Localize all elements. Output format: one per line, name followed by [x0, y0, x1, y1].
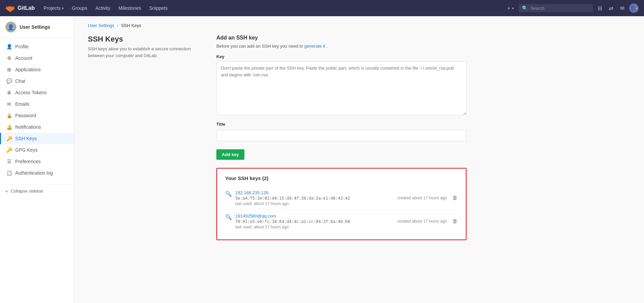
page-title: SSH Keys	[88, 35, 203, 44]
ssh-key-right-2: created about 17 hours ago 🗑	[397, 218, 458, 224]
sidebar-item-emails[interactable]: ✉ Emails	[0, 98, 74, 110]
nav-links: Projects ▾ Groups Activity Milestones Sn…	[40, 3, 504, 13]
nav-activity[interactable]: Activity	[92, 3, 114, 13]
sidebar-item-profile[interactable]: 👤 Profile	[0, 41, 74, 52]
content-inner: User Settings › SSH Keys SSH Keys SSH ke…	[74, 16, 480, 247]
sidebar-item-notifications[interactable]: 🔔 Notifications	[0, 121, 74, 133]
sidebar-avatar: 👤	[5, 22, 16, 32]
sidebar-item-label-applications: Applications	[15, 67, 41, 72]
add-key-title: Add an SSH key	[216, 35, 467, 41]
key-field-label: Key	[216, 54, 467, 59]
sidebar-item-label-preferences: Preferences	[15, 159, 41, 164]
sidebar-item-label-chat: Chat	[15, 78, 25, 84]
sidebar-header: 👤 User Settings	[0, 16, 74, 38]
sidebar-item-label-auth-log: Authentication log	[15, 170, 53, 176]
delete-key-button-2[interactable]: 🗑	[452, 218, 458, 224]
key-fingerprint-1: 5e:a4:f5:3e:03:d4:15:dd:4f:36:da:2a:e1:4…	[235, 196, 350, 201]
sidebar-nav: 👤 Profile ⚙ Account ⊞ Applications 💬 Cha…	[0, 38, 74, 181]
screen-icon-button[interactable]: ⊟	[596, 3, 604, 14]
add-key-desc-before: Before you can add an SSH key you need t…	[216, 44, 303, 49]
top-navigation: GitLab Projects ▾ Groups Activity Milest…	[0, 0, 644, 16]
sidebar-item-label-gpg-keys: GPG Keys	[15, 147, 38, 153]
collapse-label: Collapse sidebar	[10, 188, 43, 194]
key-fingerprint-2: f8:91:e5:e0:fc:38:64:d4:4c:a1:cc:84:3f:6…	[235, 219, 350, 224]
key-name-link-1[interactable]: 192.168.235.129	[235, 190, 268, 195]
key-last-used-1: last used: about 17 hours ago	[235, 201, 350, 206]
create-new-button[interactable]: ＋▾	[504, 3, 516, 14]
breadcrumb-separator: ›	[117, 23, 118, 28]
title-input[interactable]	[216, 130, 467, 141]
sidebar-item-chat[interactable]: 💬 Chat	[0, 75, 74, 87]
add-key-desc-after: .	[326, 44, 328, 49]
sidebar-item-label-profile: Profile	[15, 44, 29, 49]
ssh-key-left-2: 🔍 191492580@qq.com f8:91:e5:e0:fc:38:64:…	[225, 213, 350, 229]
search-icon: 🔍	[522, 5, 528, 11]
sidebar-item-access-tokens[interactable]: 🖥 Access Tokens	[0, 87, 74, 98]
key-name-link-2[interactable]: 191492580@qq.com	[235, 213, 276, 219]
ssh-key-left-1: 🔍 192.168.235.129 5e:a4:f5:3e:03:d4:15:d…	[225, 190, 350, 206]
key-last-used-2: last used: about 17 hours ago	[235, 225, 350, 229]
logo-text: GitLab	[18, 5, 35, 11]
page-description: SSH keys allow you to establish a secure…	[88, 46, 203, 59]
gitlab-logo-icon	[5, 3, 15, 13]
ssh-keys-icon: 🔑	[6, 136, 12, 141]
access-tokens-icon: 🖥	[6, 90, 12, 95]
ssh-key-right-1: created about 17 hours ago 🗑	[397, 195, 458, 201]
breadcrumb: User Settings › SSH Keys	[88, 23, 467, 28]
nav-milestones[interactable]: Milestones	[115, 3, 145, 13]
sidebar-title: User Settings	[20, 24, 50, 30]
preferences-icon: ☰	[6, 159, 12, 164]
title-field-label: Title	[216, 122, 467, 127]
sidebar-item-label-password: Password	[15, 113, 36, 118]
add-key-description: Before you can add an SSH key you need t…	[216, 44, 467, 49]
profile-icon: 👤	[6, 44, 12, 49]
key-search-icon-2: 🔍	[225, 214, 232, 220]
sidebar-collapse-button[interactable]: « Collapse sidebar	[0, 184, 74, 198]
generate-link[interactable]: generate it	[304, 44, 325, 49]
app-layout: 👤 User Settings 👤 Profile ⚙ Account ⊞ Ap…	[0, 16, 644, 303]
nav-right: ＋▾ 🔍 ⊟ ⇄ ✉ 👤▾	[504, 3, 639, 14]
sidebar-item-auth-log[interactable]: 📋 Authentication log	[0, 167, 74, 179]
search-input[interactable]	[530, 6, 590, 11]
sidebar-item-account[interactable]: ⚙ Account	[0, 52, 74, 64]
right-column: Add an SSH key Before you can add an SSH…	[216, 35, 467, 240]
mail-icon-button[interactable]: ✉	[618, 3, 626, 14]
two-column-layout: SSH Keys SSH keys allow you to establish…	[88, 35, 467, 240]
sidebar-item-ssh-keys[interactable]: 🔑 SSH Keys	[0, 133, 74, 144]
logo[interactable]: GitLab	[5, 3, 35, 13]
delete-key-button-1[interactable]: 🗑	[452, 195, 458, 201]
main-content: User Settings › SSH Keys SSH Keys SSH ke…	[74, 16, 644, 303]
key-created-2: created about 17 hours ago	[397, 219, 447, 224]
notifications-icon: 🔔	[6, 124, 12, 130]
sidebar-item-label-emails: Emails	[15, 101, 29, 107]
title-field-group: Title	[216, 122, 467, 141]
sidebar-item-password[interactable]: 🔒 Password	[0, 110, 74, 121]
sidebar-item-label-account: Account	[15, 55, 32, 61]
key-textarea[interactable]	[216, 61, 467, 115]
sidebar-item-label-ssh-keys: SSH Keys	[15, 136, 37, 141]
ssh-key-item-2: 🔍 191492580@qq.com f8:91:e5:e0:fc:38:64:…	[225, 210, 458, 233]
user-menu-button[interactable]: 👤▾	[629, 3, 639, 13]
search-box[interactable]: 🔍	[519, 4, 593, 12]
sidebar-item-gpg-keys[interactable]: 🔑 GPG Keys	[0, 144, 74, 156]
breadcrumb-parent-link[interactable]: User Settings	[88, 23, 114, 28]
emails-icon: ✉	[6, 101, 12, 107]
ssh-key-item-1: 🔍 192.168.235.129 5e:a4:f5:3e:03:d4:15:d…	[225, 186, 458, 210]
sidebar-item-label-access-tokens: Access Tokens	[15, 90, 47, 95]
key-details-1: 192.168.235.129 5e:a4:f5:3e:03:d4:15:dd:…	[235, 190, 350, 206]
add-key-button[interactable]: Add key	[216, 149, 244, 160]
sidebar-item-preferences[interactable]: ☰ Preferences	[0, 156, 74, 167]
sidebar-item-label-notifications: Notifications	[15, 124, 41, 130]
applications-icon: ⊞	[6, 67, 12, 72]
sidebar-item-applications[interactable]: ⊞ Applications	[0, 64, 74, 75]
merge-request-icon-button[interactable]: ⇄	[607, 3, 615, 14]
nav-groups[interactable]: Groups	[68, 3, 91, 13]
gpg-keys-icon: 🔑	[6, 147, 12, 153]
ssh-keys-list-box: Your SSH keys (2) 🔍 192.168.235.129 5e:a…	[216, 168, 467, 240]
sidebar: 👤 User Settings 👤 Profile ⚙ Account ⊞ Ap…	[0, 16, 74, 303]
password-icon: 🔒	[6, 113, 12, 118]
chat-icon: 💬	[6, 78, 12, 84]
nav-snippets[interactable]: Snippets	[146, 3, 171, 13]
breadcrumb-current: SSH Keys	[121, 23, 141, 28]
nav-projects[interactable]: Projects ▾	[40, 3, 67, 13]
